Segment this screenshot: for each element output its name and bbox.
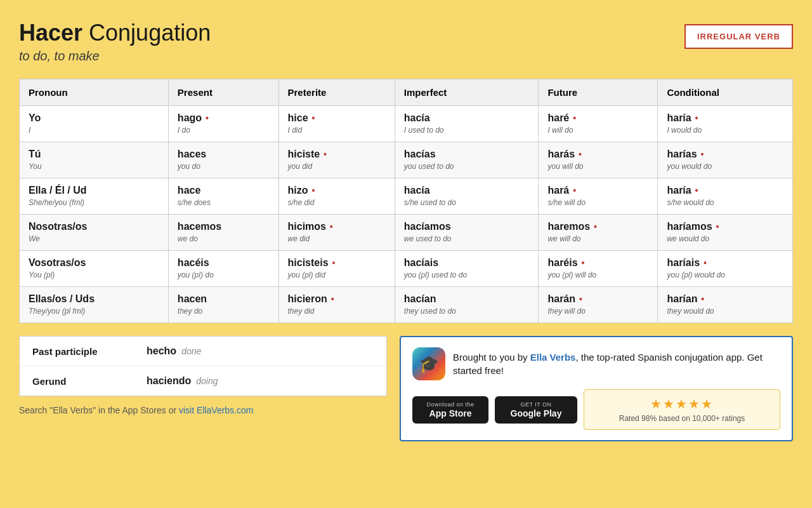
google-play-small-text: GET IT ON (520, 401, 551, 408)
promo-text: Brought to you by Ella Verbs, the top-ra… (453, 351, 780, 377)
table-row: Vosotras/osYou (pl)hacéisyou (pl) dohici… (20, 251, 793, 287)
irregular-dot: • (591, 222, 597, 232)
col-preterite: Preterite (278, 79, 395, 106)
irregular-dot: • (698, 149, 704, 159)
promo-box: 🎓 Brought to you by Ella Verbs, the top-… (400, 336, 793, 441)
table-row: Nosotras/osWehacemoswe dohicimos •we did… (20, 215, 793, 251)
page-header: Hacer Conjugation to do, to make IRREGUL… (19, 19, 793, 64)
irregular-dot: • (321, 149, 327, 159)
app-store-button[interactable]: Download on the App Store (412, 396, 488, 424)
past-participle-row: Past participle hecho done (20, 337, 386, 366)
past-participle-label: Past participle (32, 346, 147, 357)
gerund-trans: doing (196, 376, 218, 386)
table-row: YoIhago •I dohice •I didhacíaI used to d… (20, 106, 793, 142)
col-conditional: Conditional (658, 79, 793, 106)
google-play-big-text: Google Play (511, 408, 562, 418)
irregular-dot: • (576, 149, 582, 159)
irregular-dot: • (329, 294, 334, 304)
star-rating: ★★★★★ (593, 396, 771, 411)
table-row: Ella / Él / UdShe/he/you (fml)haces/he d… (20, 178, 793, 215)
irregular-dot: • (577, 294, 582, 304)
conjugation-table: Pronoun Present Preterite Imperfect Futu… (19, 79, 793, 323)
irregular-dot: • (698, 294, 704, 304)
past-participle-value: hecho (147, 345, 176, 357)
rating-text: Rated 98% based on 10,000+ ratings (593, 414, 771, 423)
page-title: Hacer Conjugation (19, 19, 211, 46)
col-future: Future (539, 79, 658, 106)
table-row: Ellas/os / UdsThey/you (pl fml)hacenthey… (20, 287, 793, 323)
bottom-section: Past participle hecho done Gerund hacien… (19, 336, 793, 441)
irregular-dot: • (701, 258, 707, 268)
irregular-dot: • (203, 113, 209, 123)
col-imperfect: Imperfect (395, 79, 539, 106)
irregular-dot: • (693, 185, 698, 196)
col-present: Present (168, 79, 278, 106)
search-text: Search "Ella Verbs" in the App Stores or… (19, 405, 387, 415)
irregular-dot: • (570, 113, 576, 123)
irregular-dot: • (579, 258, 585, 268)
page-subtitle: to do, to make (19, 49, 211, 64)
title-block: Hacer Conjugation to do, to make (19, 19, 211, 64)
irregular-dot: • (310, 113, 315, 123)
app-store-big-text: App Store (429, 408, 472, 418)
promo-buttons: Download on the App Store GET IT ON Goog… (412, 389, 780, 430)
participle-section: Past participle hecho done Gerund hacien… (19, 336, 387, 415)
gerund-row: Gerund haciendo doing (20, 366, 386, 396)
col-pronoun: Pronoun (20, 79, 169, 106)
promo-header: 🎓 Brought to you by Ella Verbs, the top-… (412, 347, 780, 380)
irregular-verb-badge: IRREGULAR VERB (684, 24, 793, 49)
irregular-dot: • (327, 222, 333, 232)
irregular-dot: • (310, 185, 315, 196)
irregular-dot: • (570, 185, 576, 196)
irregular-dot: • (330, 258, 336, 268)
app-store-small-text: Download on the (426, 401, 474, 408)
app-icon: 🎓 (412, 347, 445, 380)
gerund-value: haciendo (147, 375, 191, 387)
ella-verbs-link[interactable]: visit EllaVerbs.com (179, 405, 253, 415)
gerund-label: Gerund (32, 376, 147, 387)
google-play-button[interactable]: GET IT ON Google Play (495, 396, 577, 424)
past-participle-trans: done (181, 346, 201, 356)
irregular-dot: • (714, 222, 719, 232)
ella-verbs-brand-link[interactable]: Ella Verbs (530, 352, 576, 363)
table-row: TúYouhacesyou dohiciste •you didhacíasyo… (20, 142, 793, 178)
participle-table: Past participle hecho done Gerund hacien… (19, 336, 387, 396)
irregular-dot: • (693, 113, 698, 123)
rating-box: ★★★★★ Rated 98% based on 10,000+ ratings (584, 389, 780, 430)
